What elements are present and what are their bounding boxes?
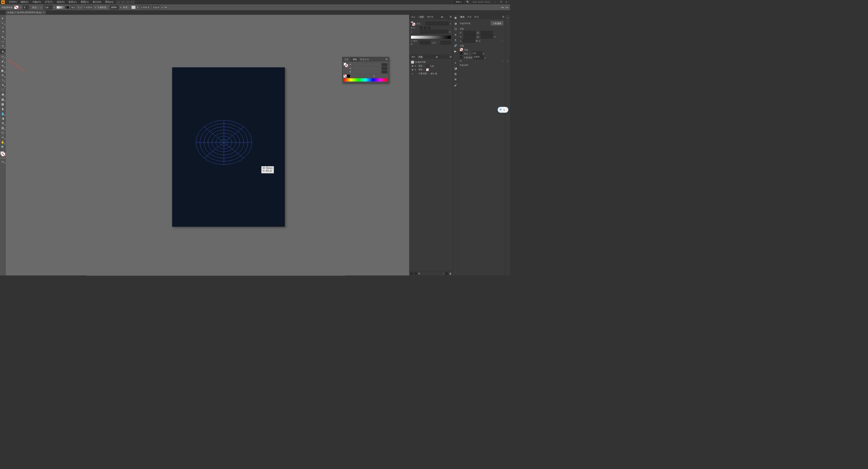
style-swatch[interactable] — [131, 5, 136, 9]
slice-tool[interactable]: ✂ — [0, 135, 5, 140]
gradient-bar[interactable] — [411, 36, 451, 39]
tab-gradient-panel[interactable]: ◦ 渐变 — [417, 15, 425, 19]
align-icon[interactable]: ≡ — [454, 61, 457, 65]
props-stroke-weight[interactable]: 1 pt — [472, 52, 482, 55]
angle-input[interactable] — [420, 30, 448, 34]
blend-tool[interactable]: ◑ — [0, 116, 5, 121]
stroke-type-3[interactable] — [428, 26, 431, 29]
tab-swatches[interactable]: 色板 — [343, 57, 350, 61]
gradient-swatch[interactable] — [411, 21, 415, 26]
props-fill-swatch[interactable] — [460, 48, 463, 51]
y-input[interactable] — [464, 35, 476, 39]
tab-props-mini[interactable]: 属性 — [410, 55, 417, 59]
tab-transparency-panel[interactable]: 透明度 — [426, 15, 434, 19]
stop-opacity-input[interactable] — [420, 41, 430, 44]
menu-window[interactable]: 窗口(W) — [91, 0, 103, 4]
background-color[interactable] — [2, 153, 5, 156]
eraser-tool[interactable]: ◧ — [0, 68, 5, 73]
expand-icon[interactable]: ⋯ — [506, 16, 510, 20]
menu-select[interactable]: 选择(S) — [55, 0, 66, 4]
polar-grid-tool[interactable]: ⊕ — [0, 49, 5, 54]
panel-menu-icon[interactable]: ☰ — [450, 55, 452, 58]
stroke-type-2[interactable] — [424, 26, 427, 29]
panel-collapse-icon[interactable]: ◂▸ — [436, 55, 438, 58]
tab-layers[interactable]: 图层 — [473, 15, 480, 19]
screen-mode[interactable]: ▭ — [0, 159, 5, 164]
fx-label[interactable]: fx. — [460, 60, 462, 62]
fx-icon[interactable]: fx. — [418, 272, 421, 275]
r-slider[interactable] — [353, 64, 380, 66]
x-input[interactable] — [464, 31, 476, 35]
doc-setup-button[interactable]: 文档设置 — [140, 5, 151, 9]
type-tool[interactable]: T — [0, 44, 5, 49]
g-slider[interactable] — [353, 67, 380, 70]
curvature-tool[interactable]: 〰 — [0, 39, 5, 44]
shape-builder-tool[interactable]: ◉ — [0, 92, 5, 97]
opacity-value-label[interactable]: 默认值 — [431, 72, 437, 75]
search-icon[interactable]: 🔍 — [467, 1, 469, 3]
profile-swatch[interactable] — [57, 6, 68, 8]
flip-v-icon[interactable]: ⇵ — [479, 40, 480, 42]
stroke-weight-input[interactable] — [44, 5, 53, 9]
column-graph-tool[interactable]: ▥ — [0, 125, 5, 130]
flip-h-icon[interactable]: ⇋ — [476, 40, 478, 42]
pen-tool[interactable]: ✒ — [0, 35, 5, 39]
menu-file[interactable]: 文件(F) — [7, 0, 19, 4]
w-input[interactable] — [481, 31, 493, 35]
perspective-tool[interactable]: ▦ — [0, 97, 5, 102]
rectangle-tool[interactable]: ▭ — [0, 54, 5, 59]
panel-menu-icon[interactable]: ☰ — [450, 16, 452, 18]
brushes-icon[interactable]: 🖌 — [454, 83, 457, 87]
eyedropper-tool[interactable]: 💧 — [0, 111, 5, 116]
setup-icon[interactable]: ⊟▾ — [505, 6, 508, 9]
visibility-icon[interactable]: ◉ — [411, 68, 414, 71]
document-tab[interactable]: 未标题-1* @ 50% (RGB/GPU 预览) × — [5, 11, 46, 14]
menu-type[interactable]: 文字(T) — [43, 0, 55, 4]
workspace-switcher[interactable]: Web ▾ — [454, 0, 463, 4]
props-stroke-swatch[interactable] — [460, 52, 462, 55]
link-wh-icon[interactable]: ⚯ — [494, 36, 496, 38]
visibility-icon[interactable]: ◉ — [411, 64, 414, 67]
menu-object[interactable]: 对象(O) — [31, 0, 43, 4]
tab-color[interactable]: ◦ 颜色 — [350, 57, 358, 61]
g-value[interactable] — [381, 67, 388, 70]
transform-icon[interactable]: ⊞▾ — [501, 6, 504, 9]
direct-selection-tool[interactable]: ▹ — [0, 20, 5, 25]
canvas[interactable]: W: 564 px H: 452 px 色板 ◦ 颜色 颜色参考 ☰ R G B — [5, 15, 409, 275]
stop-position-input[interactable] — [441, 41, 451, 44]
gpu-icon[interactable] — [131, 0, 135, 3]
pathfinder-icon[interactable]: ◪ — [454, 66, 457, 70]
brush-def[interactable]: 5 点圆形 — [83, 5, 93, 9]
opacity-input[interactable] — [110, 5, 119, 9]
artboard-tool[interactable]: ▢ — [0, 130, 5, 135]
pencil-tool[interactable]: ✎ — [0, 63, 5, 68]
tab-libraries[interactable]: 库板 — [466, 15, 473, 19]
fill-stroke-colors[interactable] — [0, 151, 5, 156]
menu-help[interactable]: 帮助(H) — [103, 0, 115, 4]
tab-properties[interactable]: 属性 — [459, 15, 466, 19]
hand-tool[interactable]: ✋ — [0, 140, 5, 144]
toggle-icon[interactable] — [116, 0, 120, 3]
stroke-type-1[interactable] — [420, 26, 422, 29]
artboard[interactable] — [172, 67, 285, 227]
toggle-icon-2[interactable] — [121, 0, 125, 3]
tab-stroke-panel[interactable]: 描边 — [410, 15, 417, 19]
info-icon[interactable]: ⓘ — [454, 27, 457, 31]
more-transform-icon[interactable]: ⋯ — [501, 40, 504, 42]
spectrum-bar[interactable] — [343, 78, 387, 81]
symbol-sprayer-tool[interactable]: ✲ — [0, 121, 5, 125]
magic-wand-tool[interactable]: ✧ — [0, 25, 5, 30]
menu-effect[interactable]: 效果(C) — [66, 0, 79, 4]
window-minimize[interactable]: − — [493, 0, 498, 3]
gradient-tool[interactable]: ▮ — [0, 106, 5, 111]
character-icon[interactable]: A — [454, 33, 457, 36]
free-transform-tool[interactable]: ⬚ — [0, 87, 5, 92]
menu-edit[interactable]: 编辑(E) — [19, 0, 31, 4]
tool-options-button[interactable]: 工具选项 — [490, 21, 504, 26]
symbols-icon[interactable]: ✲ — [454, 78, 457, 81]
lasso-tool[interactable]: ཀ — [0, 30, 5, 35]
b-value[interactable] — [381, 70, 388, 73]
panel-menu-icon[interactable]: ☰ — [386, 58, 388, 61]
close-tab-icon[interactable]: × — [43, 11, 44, 14]
stroke-color-swatch[interactable] — [426, 64, 429, 67]
